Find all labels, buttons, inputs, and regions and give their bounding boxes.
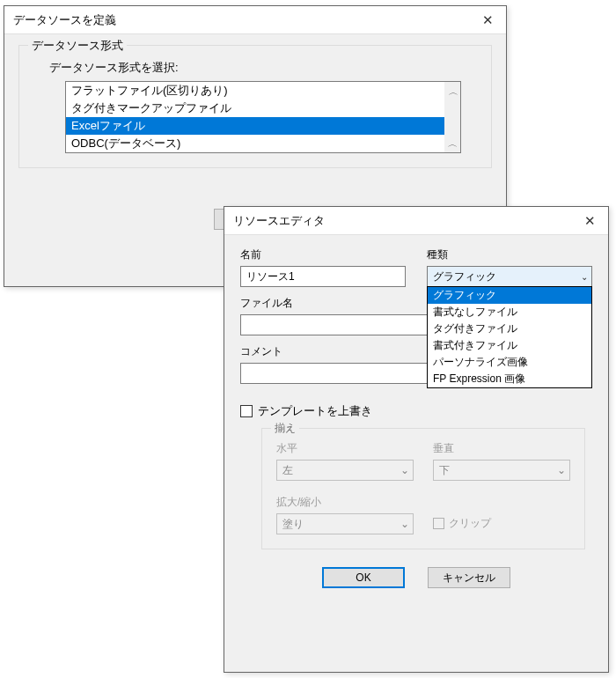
chevron-down-icon: ⌄ <box>557 464 566 476</box>
titlebar: データソースを定義 ✕ <box>4 6 506 34</box>
scroll-down-icon[interactable]: 〉 <box>446 138 459 148</box>
scrollbar[interactable]: 〈 〉 <box>444 82 460 152</box>
type-label: 種類 <box>427 247 592 262</box>
dropdown-item[interactable]: 書式なしファイル <box>428 304 591 321</box>
format-list[interactable]: フラットファイル(区切りあり) タグ付きマークアップファイル Excelファイル… <box>66 82 444 152</box>
zoom-value: 塗り <box>282 517 304 532</box>
zoom-label: 拡大/縮小 <box>276 495 414 510</box>
name-type-row: 名前 種類 グラフィック ⌄ グラフィック 書式なしファイル タグ付きファイル … <box>240 247 592 287</box>
type-selected-value: グラフィック <box>433 269 496 284</box>
chevron-down-icon: ⌄ <box>400 464 409 476</box>
vertical-combobox: 下 ⌄ <box>433 460 570 481</box>
horizontal-label: 水平 <box>276 441 414 456</box>
zoom-row: 拡大/縮小 塗り ⌄ クリップ <box>276 495 570 534</box>
dialog-body: 名前 種類 グラフィック ⌄ グラフィック 書式なしファイル タグ付きファイル … <box>224 235 608 597</box>
chevron-down-icon: ⌄ <box>581 272 588 282</box>
name-input[interactable] <box>240 266 406 287</box>
horizontal-field: 水平 左 ⌄ <box>276 441 414 481</box>
name-field: 名前 <box>240 247 406 287</box>
vertical-value: 下 <box>439 463 450 478</box>
dropdown-item[interactable]: パーソナライズ画像 <box>428 354 591 371</box>
cancel-button[interactable]: キャンセル <box>428 567 510 588</box>
horizontal-combobox: 左 ⌄ <box>276 460 414 481</box>
type-field: 種類 グラフィック ⌄ グラフィック 書式なしファイル タグ付きファイル 書式付… <box>427 247 592 287</box>
button-row: OK キャンセル <box>240 567 592 588</box>
clip-label: クリップ <box>449 516 491 531</box>
zoom-combobox: 塗り ⌄ <box>276 513 414 534</box>
zoom-field: 拡大/縮小 塗り ⌄ <box>276 495 414 534</box>
list-item[interactable]: フラットファイル(区切りあり) <box>66 82 444 99</box>
overwrite-checkbox-row[interactable]: テンプレートを上書き <box>240 403 592 419</box>
close-icon[interactable]: ✕ <box>469 6 506 34</box>
datasource-format-group: データソース形式 データソース形式を選択: フラットファイル(区切りあり) タグ… <box>18 45 492 168</box>
dropdown-item[interactable]: 書式付きファイル <box>428 337 591 354</box>
overwrite-label: テンプレートを上書き <box>258 403 372 419</box>
vertical-field: 垂直 下 ⌄ <box>433 441 570 481</box>
alignment-legend: 揃え <box>271 421 299 436</box>
chevron-down-icon: ⌄ <box>400 518 409 530</box>
align-row: 水平 左 ⌄ 垂直 下 ⌄ <box>276 441 570 481</box>
horizontal-value: 左 <box>282 463 293 478</box>
vertical-label: 垂直 <box>433 441 570 456</box>
overwrite-checkbox[interactable] <box>240 405 253 417</box>
dropdown-item[interactable]: タグ付きファイル <box>428 321 591 337</box>
dialog-title: データソースを定義 <box>13 12 116 28</box>
list-item[interactable]: タグ付きマークアップファイル <box>66 99 444 117</box>
close-icon[interactable]: ✕ <box>571 207 608 235</box>
resource-editor-dialog: リソースエディタ ✕ 名前 種類 グラフィック ⌄ グラフィック 書式なしファイ… <box>224 206 609 673</box>
clip-field: クリップ <box>433 516 570 534</box>
alignment-group: 揃え 水平 左 ⌄ 垂直 下 ⌄ <box>261 428 585 549</box>
dropdown-item[interactable]: グラフィック <box>428 287 591 304</box>
ok-button[interactable]: OK <box>322 567 405 588</box>
format-listbox[interactable]: フラットファイル(区切りあり) タグ付きマークアップファイル Excelファイル… <box>65 81 461 153</box>
group-legend: データソース形式 <box>28 38 127 54</box>
name-label: 名前 <box>240 247 406 262</box>
list-item[interactable]: Excelファイル <box>66 117 444 135</box>
dropdown-item[interactable]: FP Expression 画像 <box>428 371 591 387</box>
list-item[interactable]: ODBC(データベース) <box>66 135 444 152</box>
dialog-title: リソースエディタ <box>233 213 325 229</box>
type-combobox[interactable]: グラフィック ⌄ グラフィック 書式なしファイル タグ付きファイル 書式付きファ… <box>427 266 592 287</box>
scroll-up-icon[interactable]: 〈 <box>446 86 459 96</box>
select-format-label: データソース形式を選択: <box>49 60 477 76</box>
titlebar: リソースエディタ ✕ <box>224 207 608 235</box>
clip-checkbox <box>433 518 444 529</box>
type-dropdown[interactable]: グラフィック 書式なしファイル タグ付きファイル 書式付きファイル パーソナライ… <box>427 286 592 388</box>
